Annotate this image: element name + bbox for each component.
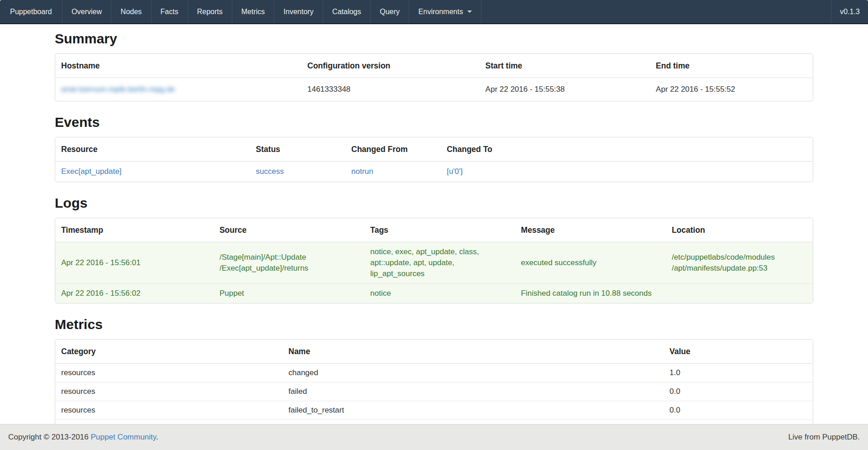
hostname-link-redacted[interactable]: anat-tservum.mpib-berlin.mpg.de [61, 85, 175, 94]
metric-cell-category: resources [55, 364, 282, 382]
summary-table: Hostname Configuration version Start tim… [55, 53, 813, 101]
nav-dropdown-environments[interactable]: Environments [409, 0, 481, 23]
nav-item-overview[interactable]: Overview [63, 0, 112, 23]
events-cell-changed-from: notrun [345, 162, 441, 182]
metric-cell-category: resources [55, 382, 282, 401]
logs-header-timestamp: Timestamp [55, 218, 214, 242]
nav-item-query[interactable]: Query [371, 0, 409, 23]
metric-row: resources changed 1.0 [55, 364, 813, 382]
log-cell-tags: notice, exec, apt_update, class, apt::up… [364, 242, 515, 283]
metric-cell-value: 0.0 [664, 401, 813, 419]
summary-row: anat-tservum.mpib-berlin.mpg.de 14613333… [55, 78, 813, 101]
logs-table: Timestamp Source Tags Message Location A… [55, 218, 813, 303]
navbar: Puppetboard Overview Nodes Facts Reports… [0, 0, 868, 24]
log-row: Apr 22 2016 - 15:56:02 Puppet notice Fin… [55, 283, 813, 303]
logs-header-message: Message [515, 218, 666, 242]
log-cell-location [666, 283, 813, 303]
logs-header-tags: Tags [364, 218, 515, 242]
events-cell-resource: Exec[apt_update] [55, 162, 250, 182]
copyright-period: . [156, 433, 158, 441]
nav-brand-puppetboard[interactable]: Puppetboard [0, 0, 63, 23]
nav-item-nodes[interactable]: Nodes [111, 0, 151, 23]
log-cell-source: /Stage[main]/Apt::Update /Exec[apt_updat… [214, 242, 364, 283]
nav-item-facts[interactable]: Facts [152, 0, 188, 23]
events-row: Exec[apt_update] success notrun [u'0'] [55, 162, 813, 182]
events-header-resource: Resource [55, 137, 250, 162]
summary-header-start-time: Start time [480, 54, 650, 78]
metrics-header-category: Category [55, 340, 282, 364]
events-header-status: Status [250, 137, 345, 162]
events-header-row: Resource Status Changed From Changed To [55, 137, 813, 162]
event-changed-to-link[interactable]: [u'0'] [447, 167, 463, 176]
log-cell-location: /etc/puppetlabs/code/modules /apt/manife… [666, 242, 813, 283]
nav-item-inventory[interactable]: Inventory [274, 0, 323, 23]
metric-cell-name: changed [282, 364, 664, 382]
log-cell-timestamp: Apr 22 2016 - 15:56:02 [55, 283, 214, 303]
events-table: Resource Status Changed From Changed To … [55, 137, 813, 182]
copyright-text: Copyright © 2013-2016 [8, 433, 91, 441]
summary-header-end-time: End time [650, 54, 813, 78]
log-row: Apr 22 2016 - 15:56:01 /Stage[main]/Apt:… [55, 242, 813, 283]
metric-row: resources failed 0.0 [55, 382, 813, 401]
metrics-header-row: Category Name Value [55, 340, 813, 364]
logs-heading: Logs [55, 195, 813, 211]
metrics-heading: Metrics [55, 316, 813, 332]
summary-cell-hostname: anat-tservum.mpib-berlin.mpg.de [55, 78, 302, 101]
log-cell-timestamp: Apr 22 2016 - 15:56:01 [55, 242, 214, 283]
events-cell-changed-to: [u'0'] [441, 162, 813, 182]
summary-heading: Summary [55, 31, 813, 47]
summary-header-row: Hostname Configuration version Start tim… [55, 54, 813, 78]
nav-item-catalogs[interactable]: Catalogs [323, 0, 371, 23]
summary-header-hostname: Hostname [55, 54, 302, 78]
metric-cell-category: resources [55, 401, 282, 419]
events-heading: Events [55, 114, 813, 130]
metrics-table: Category Name Value resources changed 1.… [55, 339, 813, 438]
metric-cell-value: 0.0 [664, 382, 813, 401]
log-cell-message: Finished catalog run in 10.88 seconds [515, 283, 666, 303]
live-from-puppetdb-label: Live from PuppetDB. [788, 433, 860, 442]
summary-cell-end-time: Apr 22 2016 - 15:55:52 [650, 78, 813, 101]
metric-cell-value: 1.0 [664, 364, 813, 382]
puppet-community-link[interactable]: Puppet Community [91, 433, 156, 441]
event-resource-link[interactable]: Exec[apt_update] [61, 167, 121, 176]
caret-down-icon [467, 10, 472, 13]
logs-header-row: Timestamp Source Tags Message Location [55, 218, 813, 242]
log-cell-source: Puppet [214, 283, 364, 303]
metrics-header-name: Name [282, 340, 664, 364]
summary-cell-start-time: Apr 22 2016 - 15:55:38 [480, 78, 650, 101]
metric-cell-name: failed [282, 382, 664, 401]
navbar-version-label: v0.1.3 [831, 0, 868, 23]
summary-header-config-version: Configuration version [302, 54, 480, 78]
metrics-header-value: Value [664, 340, 813, 364]
page-content: Summary Hostname Configuration version S… [0, 31, 868, 438]
nav-dropdown-environments-label: Environments [418, 8, 463, 16]
logs-header-location: Location [666, 218, 813, 242]
events-header-changed-from: Changed From [345, 137, 441, 162]
metric-cell-name: failed_to_restart [282, 401, 664, 419]
events-header-changed-to: Changed To [441, 137, 813, 162]
log-cell-tags: notice [364, 283, 515, 303]
event-changed-from-link[interactable]: notrun [351, 167, 373, 176]
nav-item-metrics[interactable]: Metrics [232, 0, 275, 23]
footer: Copyright © 2013-2016 Puppet Community. … [0, 424, 868, 450]
footer-copyright: Copyright © 2013-2016 Puppet Community. [8, 433, 158, 442]
summary-cell-config-version: 1461333348 [302, 78, 480, 101]
nav-item-reports[interactable]: Reports [188, 0, 232, 23]
metric-row: resources failed_to_restart 0.0 [55, 401, 813, 419]
navbar-spacer [481, 0, 831, 23]
events-cell-status: success [250, 162, 345, 182]
log-cell-message: executed successfully [515, 242, 666, 283]
logs-header-source: Source [214, 218, 364, 242]
event-status-link[interactable]: success [256, 167, 284, 176]
puppetboard-report-page: Puppetboard Overview Nodes Facts Reports… [0, 0, 868, 450]
